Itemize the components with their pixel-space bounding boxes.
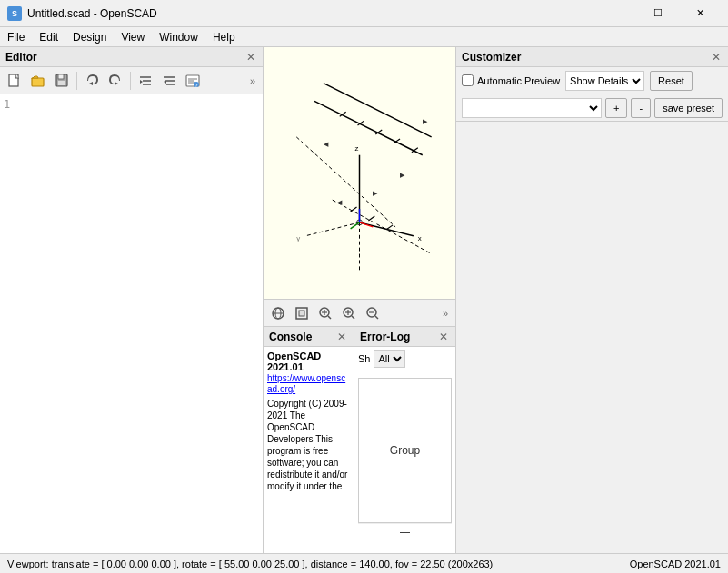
maximize-button[interactable]: ☐ — [637, 0, 679, 27]
menu-bar: File Edit Design View Window Help — [0, 27, 728, 47]
editor-content: 1 — [0, 94, 263, 553]
svg-text:▶: ▶ — [423, 118, 428, 124]
console-close-button[interactable]: ✕ — [335, 331, 348, 343]
editor-toolbar-more[interactable]: » — [246, 75, 259, 86]
app-icon: S — [7, 6, 22, 21]
viewport[interactable]: x z y ▶ ▶ ▶ ◀ ◀ — [264, 47, 455, 299]
svg-rect-3 — [58, 74, 64, 79]
console-title: Console — [269, 331, 312, 343]
window-title: Untitled.scad - OpenSCAD — [27, 7, 590, 20]
save-preset-button[interactable]: save preset — [654, 98, 723, 118]
new-button[interactable] — [4, 70, 25, 92]
customizer-content — [456, 122, 728, 553]
menu-window[interactable]: Window — [152, 29, 205, 45]
svg-text:x: x — [418, 234, 422, 242]
errorlog-toolbar: Sh All — [354, 347, 455, 370]
svg-line-21 — [314, 101, 423, 154]
svg-text:?: ? — [195, 82, 198, 87]
customizer-toolbar2: + - save preset — [456, 94, 728, 122]
open-button[interactable] — [27, 70, 49, 92]
error-footer: — — [358, 523, 452, 538]
customizer-panel: Customizer ✕ Automatic Preview Show Deta… — [455, 47, 728, 553]
error-footer-dash: — — [400, 526, 410, 537]
errorlog-filter-select[interactable]: All — [374, 350, 405, 368]
status-right: OpenSCAD 2021.01 — [630, 558, 721, 569]
viewport-toolbar-more[interactable]: » — [439, 308, 452, 319]
console-content: OpenSCAD 2021.01 https://www.openscad.or… — [264, 347, 354, 553]
customizer-header: Customizer ✕ — [456, 47, 728, 67]
svg-line-24 — [324, 84, 432, 137]
unindent-button[interactable] — [158, 70, 180, 92]
automatic-preview-label[interactable]: Automatic Preview — [462, 74, 560, 86]
zoom-all-btn[interactable] — [314, 302, 336, 324]
errorlog-title: Error-Log — [360, 331, 410, 343]
menu-design[interactable]: Design — [65, 29, 114, 45]
error-group-label: Group — [390, 444, 420, 457]
errorlog-filter-label: Sh — [358, 353, 370, 364]
errorlog-panel: Error-Log ✕ Sh All Group — — [354, 327, 455, 553]
zoom-in-btn[interactable] — [338, 302, 360, 324]
preset-select[interactable] — [462, 98, 602, 118]
menu-edit[interactable]: Edit — [32, 29, 65, 45]
separator1 — [76, 72, 77, 90]
svg-text:z: z — [355, 144, 359, 153]
svg-rect-4 — [58, 81, 65, 85]
errorlog-header: Error-Log ✕ — [354, 327, 455, 347]
console-copyright: Copyright (C) 2009-2021 The OpenSCAD Dev… — [267, 398, 350, 492]
console-link[interactable]: https://www.openscad.org/ — [267, 373, 345, 394]
svg-text:y: y — [296, 234, 300, 242]
menu-help[interactable]: Help — [205, 29, 243, 45]
separator2 — [130, 72, 131, 90]
zoom-out-btn[interactable] — [362, 302, 384, 324]
viewport-area: x z y ▶ ▶ ▶ ◀ ◀ — [264, 47, 455, 553]
customizer-title: Customizer — [462, 51, 521, 64]
indent-button[interactable] — [135, 70, 156, 92]
save-button[interactable] — [51, 70, 73, 92]
automatic-preview-checkbox[interactable] — [462, 74, 474, 86]
viewport-toolbar: » — [264, 299, 455, 326]
line-number-1: 1 — [4, 98, 10, 111]
svg-line-31 — [368, 216, 374, 221]
svg-text:◀: ◀ — [337, 199, 343, 205]
svg-line-59 — [375, 316, 378, 319]
customizer-close-button[interactable]: ✕ — [710, 51, 723, 64]
console-openscad-title: OpenSCAD 2021.01 — [267, 351, 350, 372]
svg-line-55 — [352, 316, 354, 319]
automatic-preview-text: Automatic Preview — [477, 75, 560, 86]
error-group-box: Group — [358, 378, 452, 523]
show-details-select[interactable]: Show Details — [565, 71, 644, 91]
svg-line-22 — [333, 200, 432, 253]
errorlog-content: Group — — [354, 370, 455, 553]
menu-file[interactable]: File — [0, 29, 32, 45]
topview-btn[interactable] — [291, 302, 313, 324]
minimize-button[interactable]: — — [595, 0, 637, 27]
svg-rect-1 — [32, 78, 44, 86]
errorlog-close-button[interactable]: ✕ — [437, 331, 450, 343]
main-area: Editor ✕ — [0, 47, 728, 553]
status-bar: Viewport: translate = [ 0.00 0.00 0.00 ]… — [0, 553, 728, 573]
editor-close-button[interactable]: ✕ — [244, 51, 257, 64]
close-button[interactable]: ✕ — [679, 0, 721, 27]
editor-panel: Editor ✕ — [0, 47, 264, 553]
svg-line-18 — [305, 222, 359, 236]
bottom-panels: Console ✕ OpenSCAD 2021.01 https://www.o… — [264, 326, 455, 553]
plus-button[interactable]: + — [605, 98, 627, 118]
svg-line-39 — [351, 222, 360, 229]
menu-view[interactable]: View — [114, 29, 152, 45]
svg-line-51 — [328, 316, 331, 319]
window-controls: — ☐ ✕ — [595, 0, 721, 27]
svg-text:▶: ▶ — [373, 190, 378, 196]
svg-rect-49 — [299, 311, 304, 316]
cheatsheet-button[interactable]: ? — [182, 70, 204, 92]
reset-button[interactable]: Reset — [650, 71, 693, 91]
minus-button[interactable]: - — [631, 98, 651, 118]
perspective-btn[interactable] — [267, 302, 289, 324]
redo-button[interactable] — [105, 70, 126, 92]
editor-toolbar: ? » — [0, 67, 263, 94]
status-left: Viewport: translate = [ 0.00 0.00 0.00 ]… — [7, 558, 493, 569]
editor-header: Editor ✕ — [0, 47, 263, 67]
undo-button[interactable] — [81, 70, 103, 92]
customizer-toolbar: Automatic Preview Show Details Reset — [456, 67, 728, 94]
editor-title: Editor — [5, 51, 37, 64]
svg-text:◀: ◀ — [324, 141, 329, 147]
